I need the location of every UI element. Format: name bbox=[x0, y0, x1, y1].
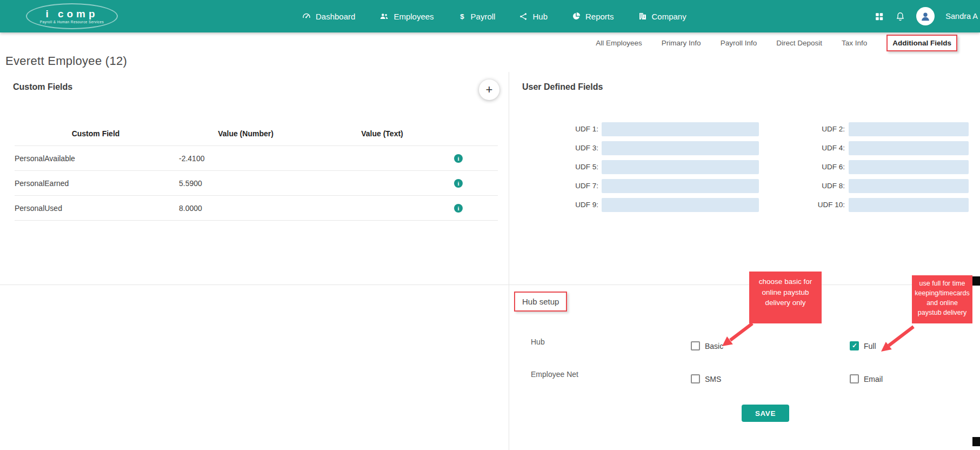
redaction-mark bbox=[972, 276, 980, 286]
nav-reports[interactable]: Reports bbox=[571, 11, 614, 21]
logo-tagline: Payroll & Human Resource Services bbox=[40, 20, 104, 24]
cell-field-name: PersonalUsed bbox=[15, 204, 177, 213]
udf-7-label: UDF 7: bbox=[512, 182, 602, 190]
add-custom-field-button[interactable]: + bbox=[479, 80, 499, 100]
cell-value-number: -2.4100 bbox=[177, 154, 315, 163]
checkbox-label: SMS bbox=[705, 375, 721, 383]
nav-label: Hub bbox=[532, 12, 548, 21]
udf-2-label: UDF 2: bbox=[759, 125, 849, 133]
nav-company[interactable]: Company bbox=[638, 11, 686, 21]
tab-payroll-info[interactable]: Payroll Info bbox=[721, 39, 757, 47]
nav-dashboard[interactable]: Dashboard bbox=[302, 11, 355, 21]
info-icon[interactable]: i bbox=[454, 204, 463, 213]
nav-label: Employees bbox=[394, 12, 434, 21]
udf-6-label: UDF 6: bbox=[759, 163, 849, 171]
page-title: Everett Employee (12) bbox=[5, 54, 127, 68]
hub-share-icon bbox=[519, 12, 528, 21]
info-icon[interactable]: i bbox=[454, 179, 463, 188]
udf-2-input[interactable] bbox=[849, 122, 969, 136]
company-building-icon bbox=[638, 11, 648, 21]
udf-5-input[interactable] bbox=[602, 160, 759, 174]
navbar-right-cluster: Sandra A bbox=[874, 7, 978, 25]
apps-grid-icon[interactable] bbox=[874, 11, 884, 22]
udf-5-label: UDF 5: bbox=[512, 163, 602, 171]
vertical-divider bbox=[509, 72, 509, 450]
column-header-value-text: Value (Text) bbox=[315, 129, 450, 138]
custom-fields-table: Custom Field Value (Number) Value (Text)… bbox=[15, 121, 498, 221]
nav-label: Reports bbox=[585, 12, 614, 21]
table-row: PersonalEarned 5.5900 i bbox=[15, 171, 498, 196]
udf-1-input[interactable] bbox=[602, 122, 759, 136]
reports-pie-icon bbox=[571, 11, 581, 21]
annotation-arrow-basic-icon bbox=[719, 321, 757, 348]
nav-employees[interactable]: Employees bbox=[379, 11, 434, 21]
annotation-full-note: use full for time keeping/timecards and … bbox=[912, 275, 972, 323]
hub-setup-title: Hub setup bbox=[514, 292, 567, 312]
payroll-dollar-icon: $ bbox=[458, 11, 466, 21]
udf-title: User Defined Fields bbox=[522, 82, 603, 92]
udf-8-input[interactable] bbox=[849, 179, 969, 193]
horizontal-divider bbox=[0, 284, 980, 285]
checkbox-box bbox=[850, 341, 859, 350]
top-navbar: i comp Payroll & Human Resource Services… bbox=[0, 0, 980, 32]
udf-row: UDF 9: UDF 10: bbox=[512, 195, 970, 214]
udf-row: UDF 7: UDF 8: bbox=[512, 176, 970, 195]
custom-fields-title: Custom Fields bbox=[13, 82, 72, 92]
udf-10-input[interactable] bbox=[849, 198, 969, 212]
user-name[interactable]: Sandra A bbox=[945, 12, 978, 21]
udf-3-input[interactable] bbox=[602, 141, 759, 155]
udf-9-label: UDF 9: bbox=[512, 201, 602, 209]
cell-value-number: 5.5900 bbox=[177, 179, 315, 188]
user-avatar[interactable] bbox=[916, 7, 935, 25]
tab-additional-fields[interactable]: Additional Fields bbox=[886, 35, 957, 51]
svg-text:$: $ bbox=[460, 12, 464, 21]
udf-4-input[interactable] bbox=[849, 141, 969, 155]
nav-label: Company bbox=[652, 12, 686, 21]
checkbox-box bbox=[691, 341, 700, 350]
checkbox-label: Email bbox=[864, 375, 883, 383]
column-header-custom-field: Custom Field bbox=[15, 129, 177, 138]
notifications-bell-icon[interactable] bbox=[895, 11, 905, 22]
udf-3-label: UDF 3: bbox=[512, 144, 602, 152]
udf-row: UDF 1: UDF 2: bbox=[512, 120, 970, 138]
udf-row: UDF 5: UDF 6: bbox=[512, 157, 970, 176]
checkbox-box bbox=[691, 374, 700, 383]
save-button[interactable]: SAVE bbox=[742, 405, 789, 422]
cell-value-number: 8.0000 bbox=[177, 204, 315, 213]
employees-icon bbox=[379, 11, 389, 21]
app-logo[interactable]: i comp Payroll & Human Resource Services bbox=[26, 3, 118, 29]
nav-payroll[interactable]: $ Payroll bbox=[458, 11, 496, 21]
udf-10-label: UDF 10: bbox=[759, 201, 849, 209]
table-header-row: Custom Field Value (Number) Value (Text) bbox=[15, 121, 498, 146]
tab-primary-info[interactable]: Primary Info bbox=[662, 39, 701, 47]
cell-field-name: PersonalEarned bbox=[15, 179, 177, 188]
tab-direct-deposit[interactable]: Direct Deposit bbox=[776, 39, 822, 47]
logo-text: i comp bbox=[45, 9, 98, 19]
app-root: i comp Payroll & Human Resource Services… bbox=[0, 0, 980, 450]
checkbox-label: Full bbox=[864, 342, 876, 350]
main-nav: Dashboard Employees $ Payroll Hub bbox=[302, 11, 686, 21]
udf-row: UDF 3: UDF 4: bbox=[512, 138, 970, 157]
table-row: PersonalUsed 8.0000 i bbox=[15, 196, 498, 221]
employee-net-row-label: Employee Net bbox=[531, 370, 578, 379]
annotation-arrow-full-icon bbox=[877, 323, 919, 357]
checkbox-sms[interactable]: SMS bbox=[691, 374, 721, 383]
tab-all-employees[interactable]: All Employees bbox=[596, 39, 642, 47]
table-row: PersonalAvailable -2.4100 i bbox=[15, 146, 498, 171]
checkbox-full[interactable]: Full bbox=[850, 341, 876, 350]
dashboard-icon bbox=[302, 11, 311, 21]
udf-8-label: UDF 8: bbox=[759, 182, 849, 190]
udf-1-label: UDF 1: bbox=[512, 125, 602, 133]
redaction-mark bbox=[972, 437, 980, 446]
udf-4-label: UDF 4: bbox=[759, 144, 849, 152]
checkbox-email[interactable]: Email bbox=[850, 374, 883, 383]
nav-hub[interactable]: Hub bbox=[519, 12, 548, 21]
udf-7-input[interactable] bbox=[602, 179, 759, 193]
udf-6-input[interactable] bbox=[849, 160, 969, 174]
annotation-basic-note: choose basic for online paystub delivery… bbox=[749, 272, 822, 323]
checkbox-box bbox=[850, 374, 859, 383]
tab-tax-info[interactable]: Tax Info bbox=[842, 39, 867, 47]
nav-label: Dashboard bbox=[316, 12, 355, 21]
info-icon[interactable]: i bbox=[454, 154, 463, 163]
udf-9-input[interactable] bbox=[602, 198, 759, 212]
